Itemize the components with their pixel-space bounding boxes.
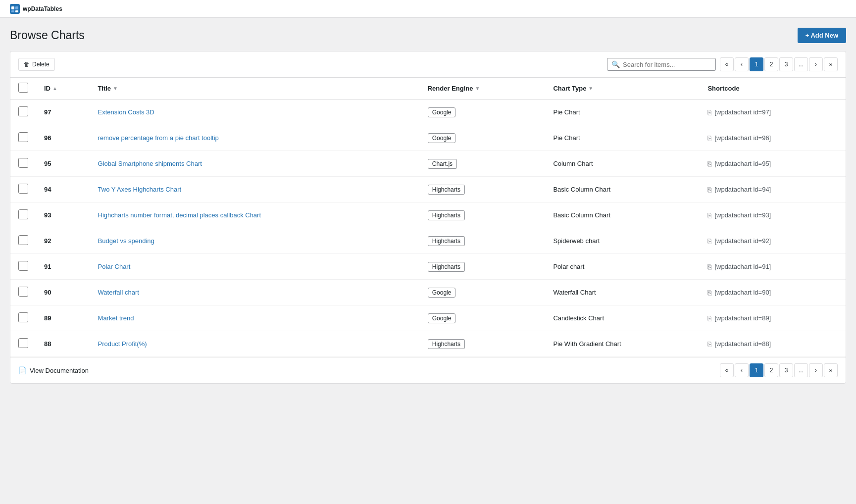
pagination-bottom-page-1-button[interactable]: 1: [750, 363, 763, 377]
row-title-link-90[interactable]: Waterfall chart: [98, 289, 139, 296]
select-all-checkbox[interactable]: [18, 83, 28, 93]
row-checkbox-91[interactable]: [18, 261, 28, 271]
row-title-link-97[interactable]: Extension Costs 3D: [98, 108, 154, 116]
copy-icon-96[interactable]: ⎘: [707, 134, 711, 142]
row-title-88: Product Profit(%): [90, 331, 420, 357]
row-title-link-88[interactable]: Product Profit(%): [98, 340, 147, 348]
row-shortcode-90: ⎘ [wpdatachart id=90]: [700, 280, 846, 305]
svg-rect-2: [15, 6, 18, 9]
trash-icon: 🗑: [24, 61, 30, 68]
shortcode-value-93: [wpdatachart id=93]: [714, 211, 771, 219]
pagination-bottom-last-button[interactable]: »: [824, 363, 838, 377]
pagination-last-button[interactable]: »: [824, 57, 838, 71]
row-checkbox-96[interactable]: [18, 132, 28, 142]
logo-icon: [10, 4, 20, 14]
search-input[interactable]: [623, 61, 711, 68]
row-checkbox-93[interactable]: [18, 209, 28, 219]
th-render-engine-sortable[interactable]: Render Engine ▼: [428, 85, 538, 92]
copy-icon-89[interactable]: ⎘: [707, 314, 711, 322]
engine-badge-94: Highcharts: [428, 185, 465, 195]
engine-badge-97: Google: [428, 107, 456, 117]
copy-icon-92[interactable]: ⎘: [707, 237, 711, 245]
row-chart-type-88: Pie With Gradient Chart: [545, 331, 700, 357]
th-chart-type-sortable[interactable]: Chart Type ▼: [553, 85, 692, 92]
row-title-link-92[interactable]: Budget vs spending: [98, 237, 154, 245]
row-engine-90: Google: [420, 280, 546, 305]
add-new-button[interactable]: + Add New: [798, 28, 846, 43]
row-checkbox-88[interactable]: [18, 338, 28, 348]
row-checkbox-cell: [10, 202, 36, 228]
row-title-95: Global Smartphone shipments Chart: [90, 151, 420, 177]
row-checkbox-90[interactable]: [18, 287, 28, 297]
row-engine-89: Google: [420, 305, 546, 331]
delete-button[interactable]: 🗑 Delete: [18, 58, 55, 71]
copy-icon-95[interactable]: ⎘: [707, 160, 711, 168]
th-checkbox: [10, 78, 36, 100]
shortcode-value-94: [wpdatachart id=94]: [714, 186, 771, 193]
svg-rect-3: [11, 10, 14, 12]
row-title-link-89[interactable]: Market trend: [98, 314, 134, 322]
th-id-sortable[interactable]: ID ▲: [44, 85, 82, 92]
row-engine-91: Highcharts: [420, 254, 546, 280]
row-id-88: 88: [36, 331, 90, 357]
copy-icon-97[interactable]: ⎘: [707, 108, 711, 116]
row-checkbox-97[interactable]: [18, 106, 28, 116]
row-checkbox-95[interactable]: [18, 158, 28, 168]
pagination-bottom-first-button[interactable]: «: [720, 363, 734, 377]
row-id-89: 89: [36, 305, 90, 331]
engine-badge-92: Highcharts: [428, 236, 465, 246]
row-id-97: 97: [36, 100, 90, 125]
row-chart-type-90: Waterfall Chart: [545, 280, 700, 305]
row-id-90: 90: [36, 280, 90, 305]
copy-icon-90[interactable]: ⎘: [707, 289, 711, 297]
brand-name: wpDataTables: [23, 5, 62, 12]
table-row: 90 Waterfall chart Google Waterfall Char…: [10, 280, 846, 305]
th-chart-type: Chart Type ▼: [545, 78, 700, 100]
row-checkbox-94[interactable]: [18, 184, 28, 194]
row-engine-94: Highcharts: [420, 177, 546, 202]
row-engine-97: Google: [420, 100, 546, 125]
row-shortcode-92: ⎘ [wpdatachart id=92]: [700, 228, 846, 254]
table-row: 89 Market trend Google Candlestick Chart…: [10, 305, 846, 331]
pagination-next-button[interactable]: ›: [809, 57, 823, 71]
row-title-link-94[interactable]: Two Y Axes Highcharts Chart: [98, 186, 182, 193]
row-checkbox-92[interactable]: [18, 235, 28, 245]
copy-icon-94[interactable]: ⎘: [707, 186, 711, 194]
copy-icon-91[interactable]: ⎘: [707, 263, 711, 271]
copy-icon-93[interactable]: ⎘: [707, 211, 711, 219]
row-title-link-93[interactable]: Highcharts number format, decimal places…: [98, 211, 261, 219]
search-box: 🔍: [607, 58, 716, 71]
th-shortcode: Shortcode: [700, 78, 846, 100]
pagination-page-3-button[interactable]: 3: [779, 57, 793, 71]
table-row: 96 remove percentage from a pie chart to…: [10, 125, 846, 151]
row-checkbox-cell: [10, 254, 36, 280]
pagination-first-button[interactable]: «: [720, 57, 734, 71]
row-title-link-91[interactable]: Polar Chart: [98, 263, 131, 270]
row-title-93: Highcharts number format, decimal places…: [90, 202, 420, 228]
row-checkbox-cell: [10, 305, 36, 331]
pagination-page-2-button[interactable]: 2: [764, 57, 778, 71]
row-title-link-95[interactable]: Global Smartphone shipments Chart: [98, 160, 202, 167]
row-id-93: 93: [36, 202, 90, 228]
row-chart-type-89: Candlestick Chart: [545, 305, 700, 331]
pagination-page-1-button[interactable]: 1: [750, 57, 763, 71]
pagination-bottom-page-2-button[interactable]: 2: [764, 363, 778, 377]
row-checkbox-89[interactable]: [18, 312, 28, 322]
row-title-link-96[interactable]: remove percentage from a pie chart toolt…: [98, 134, 219, 142]
th-title-sortable[interactable]: Title ▼: [98, 85, 412, 92]
page-header: Browse Charts + Add New: [10, 28, 846, 43]
engine-badge-90: Google: [428, 288, 456, 298]
table-row: 92 Budget vs spending Highcharts Spiderw…: [10, 228, 846, 254]
pagination-bottom-prev-button[interactable]: ‹: [735, 363, 749, 377]
row-chart-type-92: Spiderweb chart: [545, 228, 700, 254]
shortcode-value-95: [wpdatachart id=95]: [714, 160, 771, 167]
pagination-bottom-next-button[interactable]: ›: [809, 363, 823, 377]
row-shortcode-89: ⎘ [wpdatachart id=89]: [700, 305, 846, 331]
pagination-prev-button[interactable]: ‹: [735, 57, 749, 71]
copy-icon-88[interactable]: ⎘: [707, 340, 711, 348]
row-title-96: remove percentage from a pie chart toolt…: [90, 125, 420, 151]
engine-badge-89: Google: [428, 313, 456, 323]
view-documentation-link[interactable]: 📄 View Documentation: [18, 366, 89, 374]
pagination-bottom-page-3-button[interactable]: 3: [779, 363, 793, 377]
table-row: 94 Two Y Axes Highcharts Chart Highchart…: [10, 177, 846, 202]
